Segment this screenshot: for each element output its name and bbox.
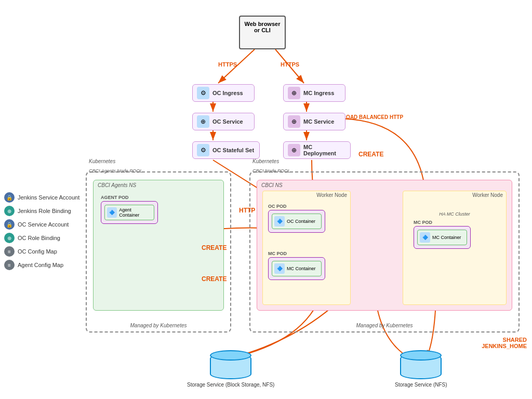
- oc-rb-label: OC Role Binding: [18, 235, 60, 241]
- https-right-label: HTTPS: [281, 61, 299, 68]
- agent-pod-title: AGENT POD: [101, 195, 158, 200]
- worker-node-1-label: Worker Node: [263, 191, 350, 199]
- managed-cbci-label: Managed by Kubernetes: [356, 323, 413, 328]
- oc-sa-icon: 🔒: [4, 219, 15, 230]
- cbci-ns-label: CBCI NS: [257, 180, 512, 190]
- http-label: HTTP: [239, 207, 255, 214]
- mc-container-1: 🔷 MC Container: [272, 261, 322, 276]
- agent-container: 🔷 Agent Container: [104, 205, 154, 220]
- mc-pod-2-title: MC POD: [414, 220, 471, 225]
- sidebar-item-jenkins-rb: ⊕ Jenkins Role Binding: [4, 206, 79, 216]
- agents-pool-box: Kubernetes CBCI Agents Node POOL CBCI Ag…: [86, 171, 231, 332]
- mc-ingress-icon: ⊕: [288, 87, 300, 99]
- agent-pod-box: AGENT POD 🔷 Agent Container: [101, 195, 158, 224]
- oc-statefulset-icon: ⚙: [197, 144, 209, 156]
- mc-container-1-label: MC Container: [287, 266, 316, 271]
- agent-cm-label: Agent Config Map: [18, 262, 63, 268]
- storage-nfs-label: Storage Service (NFS): [395, 381, 447, 388]
- oc-ingress-box: ⚙ OC Ingress: [192, 84, 255, 102]
- mc-deployment-box: ⊕ MC Deployment: [283, 141, 351, 159]
- oc-container-label: OC Container: [287, 219, 315, 224]
- storage-nfs-box: Storage Service (NFS): [395, 353, 447, 388]
- web-browser-label: Web browser or CLI: [244, 21, 281, 33]
- storage-nfs-cylinder: [400, 353, 442, 379]
- mc-container-2-label: MC Container: [432, 235, 461, 240]
- agent-cm-icon: ≡: [4, 260, 15, 270]
- cbci-pool-label: Kubernetes CBCI Node POOL: [252, 156, 290, 175]
- https-left-label: HTTPS: [218, 61, 237, 68]
- sidebar-item-agent-cm: ≡ Agent Config Map: [4, 260, 79, 270]
- cbci-pool-box: Kubernetes CBCI Node POOL CBCI NS Worker…: [249, 171, 520, 332]
- agents-ns-label: CBCI Agents NS: [94, 180, 223, 190]
- mc-container-1-icon: 🔷: [274, 263, 285, 274]
- oc-service-label: OC Service: [212, 118, 243, 125]
- sidebar-item-oc-sa: 🔒 OC Service Account: [4, 219, 79, 230]
- agent-container-icon: 🔷: [107, 207, 117, 218]
- worker-node-1-box: Worker Node OC POD 🔷 OC Container MC POD: [262, 191, 351, 305]
- mc-pod-1-box: MC POD 🔷 MC Container: [268, 251, 325, 280]
- ha-cluster-label: HA MC Cluster: [403, 211, 506, 217]
- oc-container: 🔷 OC Container: [272, 214, 322, 229]
- agents-pool-label: Kubernetes CBCI Agents Node POOL: [89, 156, 142, 175]
- mc-container-2: 🔷 MC Container: [417, 230, 467, 245]
- oc-rb-icon: ⊕: [4, 233, 15, 243]
- worker-node-2-box: Worker Node HA MC Cluster MC POD 🔷 MC Co…: [403, 191, 507, 305]
- jenkins-rb-icon: ⊕: [4, 206, 15, 216]
- storage-block-cylinder: [210, 353, 251, 379]
- oc-cm-label: OC Config Map: [18, 248, 57, 255]
- oc-container-icon: 🔷: [274, 216, 285, 227]
- cbci-ns-box: CBCI NS Worker Node OC POD 🔷 OC Containe…: [257, 180, 512, 311]
- create-agent-label: CREATE: [202, 244, 227, 251]
- mc-ingress-label: MC Ingress: [303, 90, 334, 96]
- sidebar-item-jenkins-sa: 🔒 Jenkins Service Account: [4, 192, 79, 203]
- oc-sa-label: OC Service Account: [18, 221, 69, 228]
- oc-statefulset-box: ⚙ OC Stateful Set: [192, 141, 260, 159]
- jenkins-rb-label: Jenkins Role Binding: [18, 208, 71, 214]
- oc-cm-icon: ≡: [4, 246, 15, 257]
- agent-container-label: Agent Container: [119, 207, 152, 218]
- worker-node-2-label: Worker Node: [403, 191, 506, 199]
- mc-pod-1-title: MC POD: [268, 251, 325, 256]
- mc-ingress-box: ⊕ MC Ingress: [283, 84, 345, 102]
- mc-container-2-icon: 🔷: [420, 232, 430, 243]
- oc-pod-box: OC POD 🔷 OC Container: [268, 204, 325, 233]
- oc-ingress-label: OC Ingress: [212, 90, 243, 96]
- mc-deployment-label: MC Deployment: [303, 144, 346, 156]
- sidebar-item-oc-rb: ⊕ OC Role Binding: [4, 233, 79, 243]
- diagram-container: Web browser or CLI HTTPS HTTPS LOAD BALA…: [0, 0, 532, 399]
- oc-pod-title: OC POD: [268, 204, 325, 209]
- create-mc-label: CREATE: [358, 151, 383, 158]
- storage-block-label: Storage Service (Block Storage, NFS): [187, 381, 274, 388]
- managed-agents-label: Managed by Kubernetes: [130, 323, 187, 328]
- shared-jenkins-label: SHARED JENKINS_HOME: [482, 337, 527, 349]
- mc-deployment-icon: ⊕: [288, 144, 300, 156]
- oc-statefulset-label: OC Stateful Set: [212, 147, 254, 153]
- web-browser-box: Web browser or CLI: [239, 16, 286, 49]
- create-oc-label: CREATE: [202, 275, 227, 283]
- oc-service-icon: ⊕: [197, 115, 209, 128]
- storage-block-box: Storage Service (Block Storage, NFS): [187, 353, 274, 388]
- oc-ingress-icon: ⚙: [197, 87, 209, 99]
- jenkins-sa-label: Jenkins Service Account: [18, 194, 79, 201]
- mc-pod-2-box: MC POD 🔷 MC Container: [414, 220, 471, 249]
- mc-service-label: MC Service: [303, 118, 334, 125]
- load-balanced-label: LOAD BALANCED HTTP: [343, 114, 403, 120]
- oc-service-box: ⊕ OC Service: [192, 113, 255, 130]
- mc-service-icon: ⊕: [288, 115, 300, 128]
- mc-service-box: ⊕ MC Service: [283, 113, 345, 130]
- jenkins-sa-icon: 🔒: [4, 192, 15, 203]
- sidebar-item-oc-cm: ≡ OC Config Map: [4, 246, 79, 257]
- sidebar: 🔒 Jenkins Service Account ⊕ Jenkins Role…: [4, 192, 79, 270]
